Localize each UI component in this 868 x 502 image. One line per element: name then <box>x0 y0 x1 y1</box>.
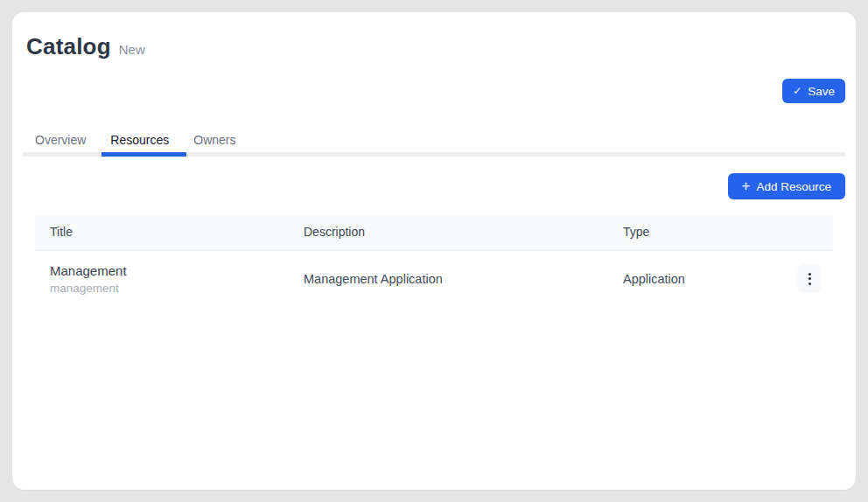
active-tab-indicator <box>102 152 186 157</box>
column-header-description: Description <box>289 214 608 250</box>
resource-title: Management <box>50 263 289 278</box>
page-status-badge: New <box>119 42 145 57</box>
tab-bar: Overview Resources Owners <box>23 129 845 152</box>
column-header-actions <box>782 214 833 250</box>
cell-actions <box>782 250 833 307</box>
add-resource-button-label: Add Resource <box>756 180 831 193</box>
resource-name: management <box>50 282 289 295</box>
cell-description: Management Application <box>289 250 608 307</box>
tab-track <box>23 152 845 157</box>
kebab-icon <box>808 273 811 275</box>
plus-icon: + <box>742 178 751 193</box>
catalog-card: Catalog New ✓ Save Overview Resources Ow… <box>12 12 856 490</box>
check-icon: ✓ <box>793 86 802 96</box>
column-header-type: Type <box>608 214 782 250</box>
table-header-row: Title Description Type <box>35 214 833 250</box>
page-header: Catalog New <box>26 33 845 60</box>
table-row: Management management Management Applica… <box>35 250 833 307</box>
tab-resources[interactable]: Resources <box>98 129 181 152</box>
cell-type: Application <box>608 250 782 307</box>
tab-owners[interactable]: Owners <box>181 129 248 152</box>
cell-title: Management management <box>35 250 289 307</box>
save-button-label: Save <box>808 85 835 98</box>
tab-overview[interactable]: Overview <box>23 129 98 152</box>
page-title: Catalog <box>26 33 111 60</box>
table-toolbar: + Add Resource <box>23 173 845 199</box>
save-row: ✓ Save <box>23 79 845 103</box>
save-button[interactable]: ✓ Save <box>782 79 845 103</box>
resources-table: Title Description Type Management manage… <box>35 214 833 307</box>
add-resource-button[interactable]: + Add Resource <box>728 173 846 199</box>
column-header-title: Title <box>35 214 289 250</box>
row-menu-button[interactable] <box>797 264 822 293</box>
